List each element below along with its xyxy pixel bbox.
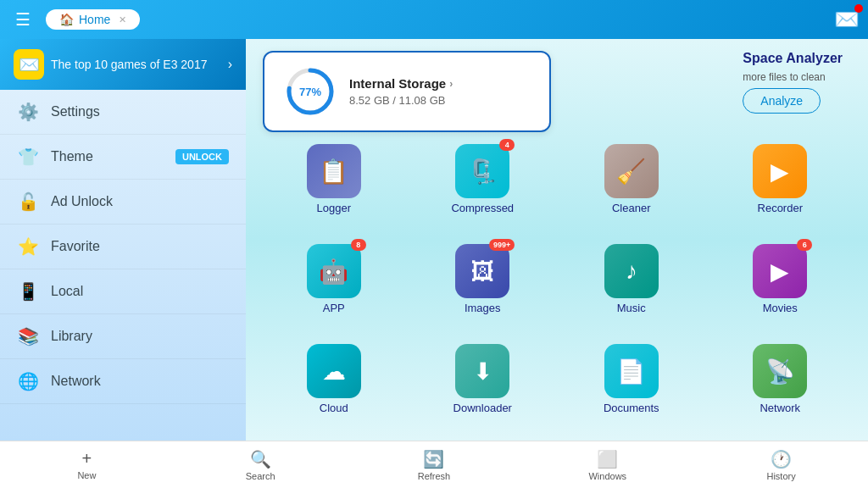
app-item-cleaner[interactable]: 🧹Cleaner <box>564 144 699 237</box>
app-item-images[interactable]: 🖼999+Images <box>415 244 551 337</box>
app-item-documents[interactable]: 📄Documents <box>564 344 699 437</box>
app-label-downloader: Downloader <box>453 402 512 414</box>
bottom-new-label: New <box>77 470 96 480</box>
storage-arrow-icon: › <box>449 78 453 90</box>
mail-icon[interactable]: ✉️ <box>834 8 860 31</box>
sidebar-label-local: Local <box>51 284 83 299</box>
home-tab[interactable]: 🏠 Home ✕ <box>46 9 140 30</box>
app-icon-downloader: ⬇ <box>455 344 509 398</box>
storage-size: 8.52 GB / 11.08 GB <box>349 94 529 107</box>
storage-percent: 77% <box>299 86 321 98</box>
app-icon-recorder: ▶ <box>753 144 807 198</box>
sidebar-label-network: Network <box>51 374 101 389</box>
bottom-windows-icon: ⬜ <box>597 449 618 469</box>
sidebar-item-favorite[interactable]: ⭐ Favorite <box>0 225 246 269</box>
bottom-item-search[interactable]: 🔍Search <box>231 449 290 481</box>
app-item-cloud[interactable]: ☁Cloud <box>266 344 402 437</box>
storage-progress-circle: 77% <box>285 66 336 117</box>
app-icon-wrap-documents: 📄 <box>604 344 659 398</box>
app-icon-wrap-movies: ▶6 <box>753 244 807 298</box>
app-label-app: APP <box>323 302 345 314</box>
storage-section: 77% Internal Storage › 8.52 GB / 11.08 G… <box>246 39 868 137</box>
app-icon-wrap-cloud: ☁ <box>307 344 361 398</box>
storage-card[interactable]: 77% Internal Storage › 8.52 GB / 11.08 G… <box>263 51 551 132</box>
app-icon-wrap-network: 📡 <box>753 344 807 398</box>
sidebar-banner[interactable]: ✉️ The top 10 games of E3 2017 › <box>0 39 246 90</box>
banner-arrow-icon: › <box>228 57 232 72</box>
app-icon-movies: ▶ <box>753 244 807 298</box>
app-label-recorder: Recorder <box>758 202 803 214</box>
app-icon-compressed: 🗜️ <box>455 144 509 198</box>
app-item-downloader[interactable]: ⬇Downloader <box>415 344 551 437</box>
app-icon-app: 🤖 <box>307 244 361 298</box>
app-icon-wrap-recorder: ▶ <box>753 144 807 198</box>
app-icon-wrap-compressed: 🗜️4 <box>455 144 509 198</box>
app-icon-wrap-downloader: ⬇ <box>455 344 509 398</box>
app-label-images: Images <box>465 302 501 314</box>
sidebar-item-theme[interactable]: 👕 Theme UNLOCK <box>0 135 246 180</box>
app-label-movies: Movies <box>763 302 798 314</box>
ad-unlock-icon: 🔓 <box>17 191 39 212</box>
sidebar-label-favorite: Favorite <box>51 239 100 254</box>
app-badge-compressed: 4 <box>499 139 515 151</box>
unlock-badge[interactable]: UNLOCK <box>175 149 229 164</box>
bottom-search-icon: 🔍 <box>250 449 271 469</box>
app-icon-wrap-logger: 📋 <box>307 144 361 198</box>
mail-badge <box>854 4 863 13</box>
app-item-network[interactable]: 📡Network <box>713 344 849 437</box>
app-item-compressed[interactable]: 🗜️4Compressed <box>415 144 551 237</box>
app-label-music: Music <box>617 302 646 314</box>
hamburger-icon[interactable]: ☰ <box>8 6 37 33</box>
app-icon-documents: 📄 <box>604 344 659 398</box>
app-item-app[interactable]: 🤖8APP <box>266 244 402 337</box>
sidebar-item-ad-unlock[interactable]: 🔓 Ad Unlock <box>0 180 246 225</box>
bottom-windows-label: Windows <box>588 471 626 481</box>
bottom-search-label: Search <box>246 471 275 481</box>
sidebar-label-ad-unlock: Ad Unlock <box>51 194 113 209</box>
app-icon-wrap-cleaner: 🧹 <box>604 144 659 198</box>
bottom-history-label: History <box>766 471 795 481</box>
banner-text: The top 10 games of E3 2017 <box>51 58 207 71</box>
app-icon-cleaner: 🧹 <box>604 144 659 198</box>
bottom-item-windows[interactable]: ⬜Windows <box>578 449 637 481</box>
library-icon: 📚 <box>17 326 39 347</box>
app-icon-wrap-app: 🤖8 <box>307 244 361 298</box>
app-item-recorder[interactable]: ▶Recorder <box>713 144 849 237</box>
sidebar-item-settings[interactable]: ⚙️ Settings <box>0 90 246 135</box>
sidebar: ✉️ The top 10 games of E3 2017 › ⚙️ Sett… <box>0 39 246 441</box>
bottom-refresh-icon: 🔄 <box>423 449 444 469</box>
bottom-item-refresh[interactable]: 🔄Refresh <box>404 449 464 481</box>
app-icon-images: 🖼 <box>455 244 509 298</box>
app-icon-cloud: ☁ <box>307 344 361 398</box>
app-item-movies[interactable]: ▶6Movies <box>713 244 849 337</box>
settings-icon: ⚙️ <box>17 102 39 122</box>
app-item-logger[interactable]: 📋Logger <box>266 144 402 237</box>
analyze-button[interactable]: Analyze <box>743 88 821 114</box>
bottom-item-new[interactable]: +New <box>57 449 116 480</box>
app-label-cleaner: Cleaner <box>612 202 651 214</box>
app-item-music[interactable]: ♪Music <box>564 244 699 337</box>
app-icon-wrap-images: 🖼999+ <box>455 244 509 298</box>
app-badge-movies: 6 <box>797 239 812 251</box>
storage-info: Internal Storage › 8.52 GB / 11.08 GB <box>349 76 529 107</box>
app-label-documents: Documents <box>604 402 659 414</box>
sidebar-item-local[interactable]: 📱 Local <box>0 269 246 314</box>
space-analyzer: Space Analyzer more files to clean Analy… <box>743 51 851 114</box>
top-bar: ☰ 🏠 Home ✕ ✉️ <box>0 0 868 39</box>
sidebar-label-theme: Theme <box>51 149 93 164</box>
sidebar-label-settings: Settings <box>51 104 100 119</box>
bottom-history-icon: 🕐 <box>771 449 792 469</box>
network-icon: 🌐 <box>17 371 39 391</box>
app-label-logger: Logger <box>317 202 351 214</box>
storage-name: Internal Storage › <box>349 76 529 91</box>
app-label-network: Network <box>760 402 800 414</box>
bottom-item-history[interactable]: 🕐History <box>752 449 811 481</box>
app-badge-app: 8 <box>351 239 366 251</box>
sidebar-label-library: Library <box>51 329 92 344</box>
house-icon: 🏠 <box>59 13 74 26</box>
sidebar-item-library[interactable]: 📚 Library <box>0 314 246 359</box>
sidebar-item-network[interactable]: 🌐 Network <box>0 359 246 404</box>
space-analyzer-subtitle: more files to clean <box>743 71 825 83</box>
tab-close-icon[interactable]: ✕ <box>119 14 126 25</box>
app-icon-wrap-music: ♪ <box>604 244 659 298</box>
